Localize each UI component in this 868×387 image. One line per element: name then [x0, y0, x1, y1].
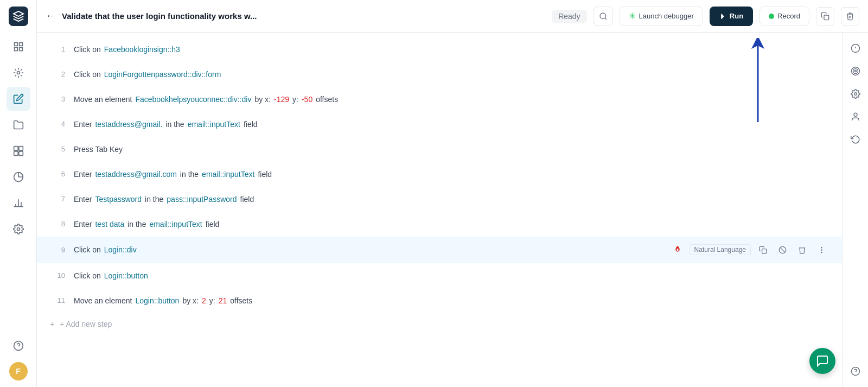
step-keyword: offsets — [230, 296, 252, 305]
app-logo — [9, 7, 28, 26]
step-keyword: Enter — [74, 120, 92, 129]
help-panel-button[interactable] — [846, 362, 865, 380]
step-content: Move an elementFacebookhelpsyouconnec::d… — [74, 95, 829, 104]
delete-button[interactable] — [841, 7, 859, 26]
step-content: Press Tab Key — [74, 145, 829, 154]
sidebar-item-grid[interactable] — [7, 35, 30, 59]
step-number: 9 — [50, 246, 65, 254]
sidebar-item-apps[interactable] — [7, 139, 30, 163]
run-icon: ⏵ — [719, 12, 726, 20]
svg-line-23 — [780, 248, 785, 252]
svg-point-25 — [821, 249, 821, 250]
table-row[interactable]: 10Click onLogin::button — [37, 263, 842, 288]
svg-rect-2 — [14, 48, 17, 51]
target-panel-button[interactable] — [846, 62, 865, 80]
step-content: Click onLogin::button — [74, 271, 829, 280]
step-number: 7 — [50, 195, 65, 203]
run-button[interactable]: ⏵ Run — [710, 7, 753, 26]
history-panel-button[interactable] — [846, 130, 865, 149]
status-badge: Ready — [552, 10, 586, 23]
table-row[interactable]: 9Click onLogin::div Natural Language — [37, 237, 842, 263]
person-panel-button[interactable] — [846, 107, 865, 126]
step-keyword: by x: — [254, 95, 271, 104]
step-keyword: field — [244, 120, 258, 129]
step-keyword: field — [258, 170, 272, 179]
svg-point-31 — [853, 69, 858, 74]
step-number: 11 — [50, 296, 65, 304]
svg-rect-3 — [19, 48, 22, 51]
svg-rect-6 — [18, 147, 23, 151]
sidebar-item-help[interactable] — [7, 334, 30, 358]
search-button[interactable] — [593, 7, 613, 26]
step-keyword: Press Tab Key — [74, 145, 123, 154]
step-number: 4 — [50, 120, 65, 128]
step-keyword: in the — [180, 170, 199, 179]
launch-debugger-button[interactable]: ✳ Launch debugger — [620, 7, 703, 26]
natural-language-badge: Natural Language — [690, 244, 751, 255]
step-keyword: field — [240, 195, 254, 204]
delete-step-button[interactable] — [794, 242, 809, 257]
step-number: 1 — [50, 45, 65, 53]
table-row[interactable]: 1Click onFacebookloginsign::h3 — [37, 37, 842, 62]
content-wrapper: 1Click onFacebookloginsign::h32Click onL… — [37, 33, 868, 387]
table-row[interactable]: 8Entertest datain theemail::inputTextfie… — [37, 212, 842, 237]
table-row[interactable]: 11Move an elementLogin::buttonby x:2y:21… — [37, 288, 842, 313]
sidebar-item-settings[interactable] — [7, 217, 30, 241]
svg-rect-0 — [14, 43, 17, 46]
svg-point-14 — [17, 228, 20, 231]
info-panel-button[interactable] — [846, 39, 865, 58]
sidebar-item-pie[interactable] — [7, 165, 30, 189]
settings-panel-button[interactable] — [846, 85, 865, 103]
bug-icon: ✳ — [629, 11, 636, 21]
table-row[interactable]: 3Move an elementFacebookhelpsyouconnec::… — [37, 87, 842, 112]
table-row[interactable]: 4Entertestaddress@gmail.in theemail::inp… — [37, 112, 842, 137]
step-keyword: Click on — [74, 70, 101, 79]
step-content: Entertestaddress@gmail.in theemail::inpu… — [74, 120, 829, 129]
svg-rect-1 — [19, 43, 22, 46]
add-step-button[interactable]: + + Add new step — [37, 313, 842, 335]
step-actions: Natural Language — [670, 242, 829, 257]
more-step-button[interactable] — [814, 242, 829, 257]
topbar: ← Validate that the user login functiona… — [37, 0, 868, 33]
sidebar: F — [0, 0, 37, 387]
step-keyword: by x: — [182, 296, 199, 305]
sidebar-item-chart[interactable] — [7, 191, 30, 215]
step-keyword: Enter — [74, 220, 92, 229]
back-button[interactable]: ← — [46, 10, 55, 22]
step-keyword: in the — [145, 195, 163, 204]
svg-rect-21 — [762, 249, 766, 253]
copy-button[interactable] — [816, 7, 834, 26]
step-value: test data — [95, 220, 124, 229]
step-content: Click onLoginForgottenpassword::div::for… — [74, 70, 829, 79]
table-row[interactable]: 2Click onLoginForgottenpassword::div::fo… — [37, 62, 842, 87]
sidebar-item-activity[interactable] — [7, 61, 30, 85]
step-keyword: Enter — [74, 195, 92, 204]
step-number-value: 2 — [202, 296, 206, 305]
step-selector: email::inputText — [202, 170, 254, 179]
user-avatar[interactable]: F — [9, 362, 28, 380]
step-selector: email::inputText — [149, 220, 202, 229]
svg-point-26 — [821, 252, 821, 252]
svg-rect-19 — [824, 15, 829, 20]
table-row[interactable]: 5Press Tab Key — [37, 137, 842, 162]
copy-step-button[interactable] — [755, 242, 770, 257]
record-button[interactable]: Record — [760, 7, 809, 26]
table-row[interactable]: 6Entertestaddress@gmail.comin theemail::… — [37, 162, 842, 187]
step-number: 6 — [50, 170, 65, 178]
add-step-icon: + — [50, 320, 54, 328]
step-content: Entertestaddress@gmail.comin theemail::i… — [74, 170, 829, 179]
step-content: EnterTestpasswordin thepass::inputPasswo… — [74, 195, 829, 204]
step-content: Move an elementLogin::buttonby x:2y:21of… — [74, 296, 829, 305]
sidebar-item-edit[interactable] — [7, 87, 30, 111]
step-keyword: Move an element — [74, 296, 132, 305]
chat-fab-button[interactable] — [809, 348, 835, 374]
svg-point-32 — [854, 71, 856, 72]
sidebar-item-folder[interactable] — [7, 113, 30, 137]
fire-icon[interactable] — [670, 242, 685, 257]
table-row[interactable]: 7EnterTestpasswordin thepass::inputPassw… — [37, 187, 842, 212]
step-selector: Login::button — [104, 271, 148, 280]
step-keyword: y: — [292, 95, 298, 104]
cancel-step-button[interactable] — [775, 242, 790, 257]
step-keyword: in the — [165, 120, 184, 129]
svg-point-4 — [17, 72, 20, 74]
